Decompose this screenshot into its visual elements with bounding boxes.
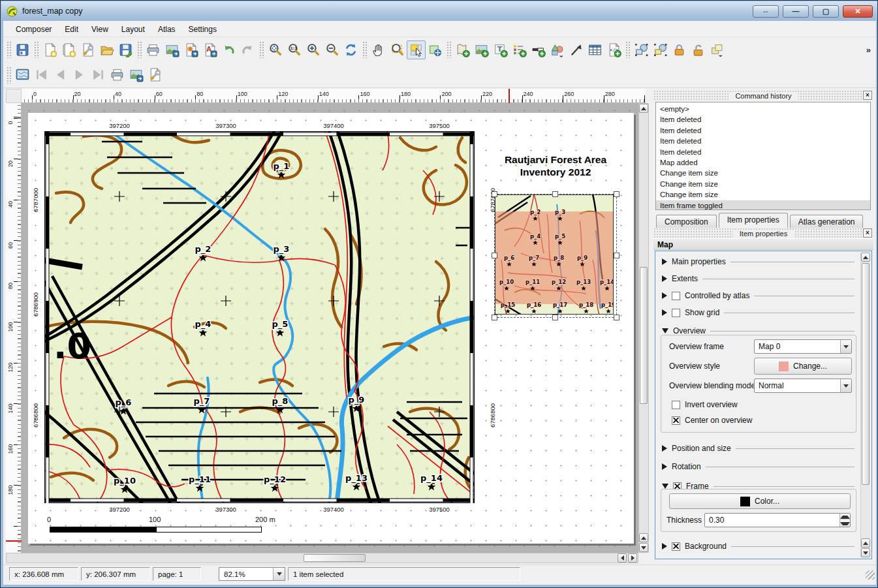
panel-scrollbar[interactable] (860, 253, 870, 557)
selection-handle[interactable] (552, 315, 558, 320)
close-icon[interactable]: × (863, 228, 872, 238)
toolbar-drag-handle[interactable] (625, 41, 630, 58)
maximize-button[interactable]: ▢ (813, 5, 839, 18)
command-history-titlebar[interactable]: Command history × (653, 90, 873, 101)
command-history-entry[interactable]: Item deleted (656, 136, 870, 146)
save-as-button[interactable] (116, 40, 135, 59)
add-html-button[interactable]: </> (604, 40, 623, 59)
toolbar-overflow-icon[interactable]: » (866, 45, 871, 55)
background-checkbox[interactable] (672, 542, 680, 551)
command-history-entry[interactable]: Item deleted (656, 147, 870, 157)
export-pdf-button[interactable]: A (200, 40, 219, 59)
menu-settings[interactable]: Settings (183, 23, 223, 36)
overview-style-change-button[interactable]: Change... (754, 358, 852, 375)
composition-title[interactable]: Rautjarvi Forest Area Inventory 2012 (476, 153, 635, 178)
command-history-entry[interactable]: Item deleted (656, 125, 870, 136)
invert-overview-checkbox[interactable] (672, 401, 680, 409)
toolbar-drag-handle[interactable] (7, 41, 11, 58)
toolbar-drag-handle[interactable] (259, 41, 264, 58)
command-history-entry[interactable]: Change item size (656, 168, 870, 178)
export-svg-button[interactable] (181, 40, 200, 59)
selection-handle[interactable] (614, 253, 619, 258)
selection-handle[interactable] (552, 191, 558, 197)
zoom-full-button[interactable] (266, 40, 285, 59)
next-feature-button[interactable] (70, 65, 89, 84)
zoom-1-1-button[interactable]: 1:1 (285, 40, 304, 59)
unlock-items-button[interactable] (689, 40, 708, 59)
expand-arrow-icon[interactable] (662, 445, 667, 452)
expand-arrow-icon[interactable] (662, 463, 667, 470)
lock-items-button[interactable] (670, 40, 689, 59)
minimize-button[interactable]: — (783, 5, 809, 18)
select-move-item-button[interactable] (407, 40, 426, 59)
selection-handle[interactable] (492, 315, 497, 320)
expand-arrow-icon[interactable] (662, 543, 667, 549)
collapse-arrow-icon[interactable] (662, 328, 668, 333)
thickness-spinbox[interactable]: 0.30 (704, 513, 851, 527)
expand-arrow-icon[interactable] (662, 292, 667, 299)
print-button[interactable] (144, 40, 163, 59)
zoom-region-button[interactable] (388, 40, 407, 59)
tab-atlas-generation[interactable]: Atlas generation (790, 215, 864, 228)
zoom-level-combobox[interactable]: 82.1% (219, 567, 285, 581)
command-history-entry[interactable]: Item frame toggled (656, 200, 870, 210)
export-image-button[interactable] (163, 40, 181, 59)
composition-page[interactable]: .0 p_1p_2p_3p_4p_5p_6p_7p_8p_9p_10p_11p_ (28, 113, 634, 544)
controlled-by-atlas-checkbox[interactable] (672, 292, 680, 300)
command-history-list[interactable]: <empty>Item deletedItem deletedItem dele… (655, 102, 871, 210)
toolbar-drag-handle[interactable] (34, 41, 39, 58)
add-map-button[interactable] (453, 40, 472, 59)
redo-button[interactable] (238, 40, 257, 59)
section-main-properties[interactable]: Main properties (662, 255, 854, 268)
add-table-button[interactable] (586, 40, 604, 59)
zoom-out-button[interactable] (322, 40, 341, 59)
first-feature-button[interactable] (32, 65, 51, 84)
collapse-arrow-icon[interactable] (662, 484, 668, 489)
undo-button[interactable] (219, 40, 238, 59)
select-items-button[interactable] (632, 40, 651, 59)
add-scalebar-button[interactable] (529, 40, 548, 59)
title-bar[interactable]: forest_map copy ⇔ — ▢ ✕ (1, 1, 878, 21)
add-image-button[interactable] (472, 40, 491, 59)
command-history-entry[interactable]: Item deleted (656, 114, 870, 125)
add-legend-button[interactable] (510, 40, 529, 59)
toolbar-drag-handle[interactable] (137, 41, 142, 58)
expand-arrow-icon[interactable] (662, 275, 667, 282)
toolbar-drag-handle[interactable] (7, 67, 11, 84)
composition-manager-button[interactable] (78, 40, 97, 59)
canvas-horizontal-scrollbar[interactable] (6, 553, 638, 563)
new-composition-button[interactable] (40, 40, 59, 59)
frame-color-button[interactable]: Color... (669, 493, 851, 509)
pan-button[interactable] (369, 40, 388, 59)
selection-handle[interactable] (492, 191, 497, 197)
overview-map-item[interactable]: p_2p_3p_4p_5p_6p_7p_8p_9p_10p_11p_12p_13… (495, 194, 616, 317)
close-icon[interactable]: × (863, 91, 872, 100)
deselect-items-button[interactable] (651, 40, 670, 59)
section-controlled-by-atlas[interactable]: Controlled by atlas (662, 289, 854, 302)
refresh-button[interactable] (341, 40, 360, 59)
atlas-settings-button[interactable] (146, 65, 165, 84)
expand-arrow-icon[interactable] (662, 309, 667, 316)
show-grid-checkbox[interactable] (672, 309, 680, 317)
canvas-vertical-scrollbar[interactable] (638, 103, 649, 553)
menu-edit[interactable]: Edit (59, 23, 84, 36)
zoom-in-button[interactable] (304, 40, 322, 59)
toolbar-drag-handle[interactable] (362, 41, 367, 58)
command-history-entry[interactable]: Map added (656, 157, 870, 168)
composer-canvas[interactable]: .0 p_1p_2p_3p_4p_5p_6p_7p_8p_9p_10p_11p_ (22, 103, 638, 553)
close-button[interactable]: ✕ (843, 5, 873, 18)
print-atlas-button[interactable] (108, 65, 127, 84)
resize-grip[interactable] (866, 570, 875, 580)
add-arrow-button[interactable] (567, 40, 586, 59)
toolbar-drag-handle[interactable] (447, 41, 451, 58)
tab-composition[interactable]: Composition (656, 215, 717, 228)
save-button[interactable] (13, 40, 32, 59)
menu-view[interactable]: View (86, 23, 114, 36)
open-button[interactable] (97, 40, 116, 59)
dock-window-button[interactable]: ⇔ (753, 5, 779, 18)
previous-feature-button[interactable] (51, 65, 70, 84)
center-on-overview-checkbox[interactable] (672, 416, 680, 425)
add-shape-button[interactable] (548, 40, 567, 59)
selection-handle[interactable] (614, 315, 619, 320)
selection-handle[interactable] (614, 191, 619, 197)
